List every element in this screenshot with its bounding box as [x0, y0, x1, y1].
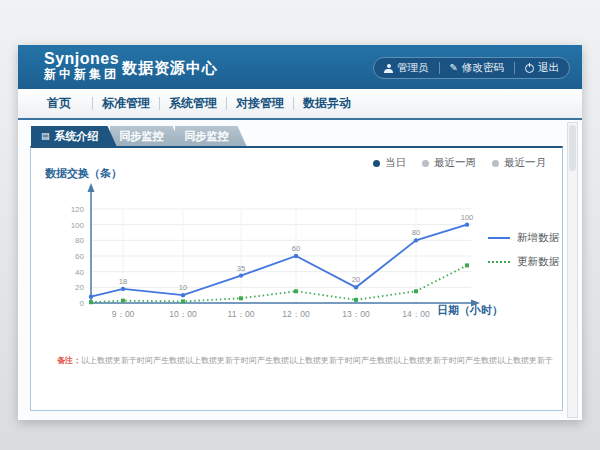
svg-text:80: 80: [75, 236, 84, 245]
tab-label: 同步监控: [185, 129, 229, 144]
svg-text:11：00: 11：00: [228, 309, 255, 319]
admin-user-button[interactable]: 管理员: [374, 58, 439, 78]
radio-last-week[interactable]: 最近一周: [422, 156, 476, 170]
svg-text:0: 0: [80, 299, 85, 308]
logo-brand-text: Synjones: [44, 50, 119, 68]
svg-text:13：00: 13：00: [342, 309, 370, 319]
radio-label: 最近一月: [504, 156, 546, 170]
user-icon: [384, 64, 393, 73]
svg-text:12：00: 12：00: [282, 309, 310, 319]
tab-label: 系统介绍: [55, 129, 99, 144]
radio-label: 当日: [385, 156, 406, 170]
company-logo: Synjones 新中新集团: [44, 50, 119, 81]
footnote-text: 以上数据更新于时间产生数据以上数据更新于时间产生数据以上数据更新于时间产生数据以…: [81, 356, 553, 365]
logout-button[interactable]: 退出: [515, 58, 569, 78]
nav-item-system-mgmt[interactable]: 系统管理: [160, 95, 226, 112]
page-title: 数据资源中心: [122, 59, 218, 78]
edit-icon: ✎: [450, 63, 458, 73]
change-password-label: 修改密码: [462, 61, 504, 75]
radio-last-month[interactable]: 最近一月: [492, 156, 546, 170]
svg-text:120: 120: [71, 205, 85, 214]
header-user-pill: 管理员 ✎ 修改密码 退出: [373, 57, 570, 79]
svg-text:20: 20: [75, 283, 84, 292]
footnote: 备注：以上数据更新于时间产生数据以上数据更新于时间产生数据以上数据更新于时间产生…: [57, 355, 553, 366]
tab-system-intro[interactable]: ▤ 系统介绍: [31, 126, 117, 146]
radio-dot: [422, 160, 429, 167]
svg-text:14：00: 14：00: [402, 309, 430, 319]
svg-text:10: 10: [179, 283, 187, 292]
tab-label: 同步监控: [120, 129, 164, 144]
chart-legend: 新增数据 更新数据: [488, 231, 559, 269]
app-header: Synjones 新中新集团 数据资源中心 管理员 ✎ 修改密码 退出: [18, 45, 582, 89]
radio-label: 最近一周: [434, 156, 476, 170]
radio-dot: [492, 160, 499, 167]
change-password-button[interactable]: ✎ 修改密码: [440, 58, 514, 78]
vertical-scrollbar[interactable]: [567, 122, 578, 418]
desktop-background: Synjones 新中新集团 数据资源中心 管理员 ✎ 修改密码 退出: [0, 0, 600, 450]
app-window: Synjones 新中新集团 数据资源中心 管理员 ✎ 修改密码 退出: [18, 45, 582, 420]
chart-panel: 当日 最近一周 最近一月 数据交换（条） 0204060801001209：00…: [30, 146, 563, 411]
legend-line-dotted-icon: [488, 261, 510, 263]
nav-item-standard-mgmt[interactable]: 标准管理: [93, 95, 159, 112]
admin-user-label: 管理员: [397, 61, 429, 75]
line-chart: 0204060801001209：0010：0011：0012：0013：001…: [31, 178, 564, 350]
svg-text:10：00: 10：00: [169, 309, 197, 319]
legend-label: 更新数据: [517, 255, 559, 269]
legend-item-new-data[interactable]: 新增数据: [488, 231, 559, 245]
svg-text:18: 18: [119, 277, 127, 286]
radio-today[interactable]: 当日: [373, 156, 406, 170]
x-axis-title: 日期（小时）: [437, 303, 503, 318]
main-nav: 首页 标准管理 系统管理 对接管理 数据异动: [18, 89, 582, 120]
scrollbar-thumb[interactable]: [569, 125, 576, 171]
nav-item-interface-mgmt[interactable]: 对接管理: [227, 95, 293, 112]
svg-text:100: 100: [461, 213, 474, 222]
power-icon: [525, 64, 534, 73]
legend-item-updated-data[interactable]: 更新数据: [488, 255, 559, 269]
tab-sync-monitor-2[interactable]: 同步监控: [175, 126, 247, 146]
nav-item-home[interactable]: 首页: [26, 95, 92, 112]
svg-text:20: 20: [352, 275, 360, 284]
nav-item-data-change[interactable]: 数据异动: [294, 95, 360, 112]
tab-sync-monitor-1[interactable]: 同步监控: [110, 126, 182, 146]
document-icon: ▤: [41, 132, 50, 141]
svg-text:35: 35: [237, 264, 245, 273]
legend-label: 新增数据: [517, 231, 559, 245]
svg-text:80: 80: [412, 228, 420, 237]
content-area: ▤ 系统介绍 同步监控 同步监控 当日: [18, 120, 582, 420]
time-range-filter: 当日 最近一周 最近一月: [373, 156, 546, 170]
logo-company-name: 新中新集团: [44, 68, 119, 81]
logout-label: 退出: [538, 61, 559, 75]
svg-text:9：00: 9：00: [112, 309, 135, 319]
svg-text:100: 100: [71, 221, 85, 230]
footnote-label: 备注：: [57, 356, 81, 365]
tab-bar: ▤ 系统介绍 同步监控 同步监控: [31, 126, 240, 146]
svg-text:60: 60: [75, 252, 84, 261]
svg-text:60: 60: [292, 244, 300, 253]
legend-line-solid-icon: [488, 237, 510, 239]
radio-dot: [373, 160, 380, 167]
svg-text:40: 40: [75, 268, 84, 277]
